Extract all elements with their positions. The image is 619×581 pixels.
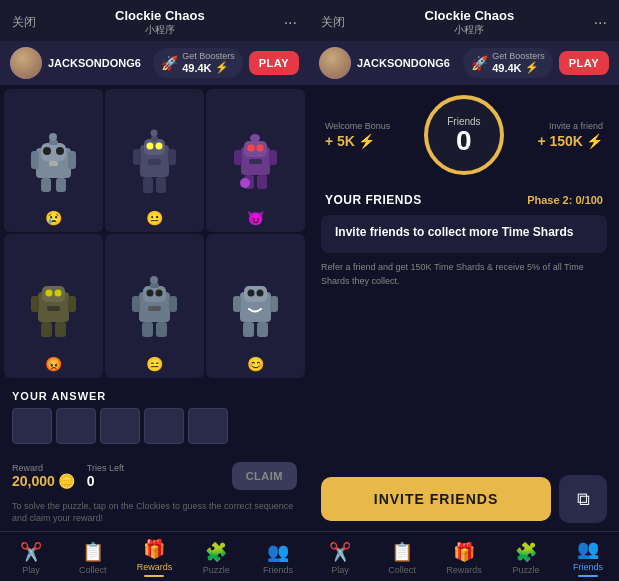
nav-item-puzzle-right[interactable]: 🧩 Puzzle	[495, 541, 557, 575]
lightning-icon-right: ⚡	[525, 61, 539, 74]
rewards-nav-icon-left: 🎁	[143, 538, 165, 560]
nav-item-rewards-left[interactable]: 🎁 Rewards	[124, 538, 186, 577]
robot-figure-1	[21, 123, 86, 198]
svg-point-55	[248, 289, 255, 296]
friends-nav-icon-left: 👥	[267, 541, 289, 563]
app-title-right: Clockie Chaos	[345, 8, 594, 23]
svg-rect-39	[68, 296, 76, 312]
svg-rect-15	[148, 159, 161, 165]
booster-count-left: 49.4K ⚡	[182, 61, 235, 74]
svg-point-21	[151, 130, 158, 137]
svg-rect-18	[143, 177, 153, 193]
svg-rect-50	[156, 322, 167, 337]
svg-point-10	[49, 133, 57, 141]
username-left: JACKSONDONG6	[48, 57, 147, 69]
nav-item-collect-left[interactable]: 📋 Collect	[62, 541, 124, 575]
your-friends-row: YOUR FRIENDS Phase 2: 0/100	[309, 185, 619, 215]
answer-label: YOUR ANSWER	[12, 390, 297, 402]
play-nav-icon-right: ✂️	[329, 541, 351, 563]
close-button-left[interactable]: 关闭	[12, 14, 36, 31]
close-button-right[interactable]: 关闭	[321, 14, 345, 31]
menu-icon-left[interactable]: ···	[284, 14, 297, 32]
play-nav-label-left: Play	[22, 565, 40, 575]
robot-cell-2[interactable]: 😐	[105, 89, 204, 232]
app-subtitle-left: 小程序	[36, 23, 284, 37]
header-bar-right: JACKSONDONG6 🚀 Get Boosters 49.4K ⚡ PLAY	[309, 41, 619, 85]
coin-icon-left: 🪙	[58, 473, 75, 489]
svg-point-45	[156, 289, 163, 296]
answer-box-4[interactable]	[144, 408, 184, 444]
reward-label: Reward	[12, 463, 75, 473]
nav-item-play-right[interactable]: ✂️ Play	[309, 541, 371, 575]
svg-rect-8	[56, 178, 66, 192]
invite-friends-button[interactable]: INVITE FRIENDS	[321, 477, 551, 521]
tries-value: 0	[87, 473, 124, 489]
avatar-left	[10, 47, 42, 79]
robot-emoji-3: 😈	[247, 210, 264, 226]
robot-cell-6[interactable]: 😊	[206, 234, 305, 377]
robot-figure-3	[223, 123, 288, 198]
app-title-left: Clockie Chaos	[36, 8, 284, 23]
svg-rect-26	[249, 159, 262, 164]
robot-emoji-5: 😑	[146, 356, 163, 372]
friends-nav-label-left: Friends	[263, 565, 293, 575]
invite-bonus-label: Invite a friend	[549, 121, 603, 131]
answer-box-1[interactable]	[12, 408, 52, 444]
booster-label-left: Get Boosters	[182, 52, 235, 61]
nav-item-friends-left[interactable]: 👥 Friends	[247, 541, 309, 575]
menu-icon-right[interactable]: ···	[594, 14, 607, 32]
svg-rect-49	[142, 322, 153, 337]
answer-box-3[interactable]	[100, 408, 140, 444]
robot-figure-6	[223, 269, 288, 344]
reward-value: 20,000 🪙	[12, 473, 75, 489]
svg-rect-38	[31, 296, 39, 312]
svg-point-3	[56, 147, 64, 155]
nav-item-play-left[interactable]: ✂️ Play	[0, 541, 62, 575]
booster-count-right: 49.4K ⚡	[492, 61, 545, 74]
play-button-right[interactable]: PLAY	[559, 51, 609, 75]
invite-bonus-value: + 150K ⚡	[537, 133, 603, 149]
tries-item: Tries Left 0	[87, 463, 124, 489]
username-right: JACKSONDONG6	[357, 57, 457, 69]
answer-box-2[interactable]	[56, 408, 96, 444]
robot-cell-5[interactable]: 😑	[105, 234, 204, 377]
claim-button[interactable]: CLAIM	[232, 462, 297, 490]
svg-rect-23	[244, 141, 267, 157]
svg-point-35	[46, 289, 53, 296]
welcome-bonus-value: + 5K ⚡	[325, 133, 375, 149]
nav-item-puzzle-left[interactable]: 🧩 Puzzle	[185, 541, 247, 575]
svg-rect-47	[132, 296, 140, 312]
svg-rect-4	[49, 161, 58, 166]
robot-cell-1[interactable]: 😢	[4, 89, 103, 232]
booster-button-right[interactable]: 🚀 Get Boosters 49.4K ⚡	[463, 48, 553, 78]
svg-point-32	[240, 178, 250, 188]
copy-button[interactable]: ⧉	[559, 475, 607, 523]
play-nav-icon-left: ✂️	[20, 541, 42, 563]
rewards-nav-indicator	[144, 575, 164, 577]
right-panel: 关闭 Clockie Chaos 小程序 ··· JACKSONDONG6 🚀 …	[309, 0, 619, 581]
rewards-nav-label-left: Rewards	[137, 562, 173, 572]
svg-rect-5	[31, 151, 39, 169]
svg-point-2	[43, 147, 51, 155]
rewards-nav-label-right: Rewards	[446, 565, 482, 575]
bottom-nav-left: ✂️ Play 📋 Collect 🎁 Rewards 🧩 Puzzle 👥 F…	[0, 531, 309, 581]
booster-button-left[interactable]: 🚀 Get Boosters 49.4K ⚡	[153, 48, 243, 78]
svg-rect-16	[133, 149, 141, 165]
svg-rect-46	[148, 306, 161, 311]
answer-box-5[interactable]	[188, 408, 228, 444]
robot-cell-3[interactable]: 😈	[206, 89, 305, 232]
svg-point-25	[257, 145, 264, 152]
play-button-left[interactable]: PLAY	[249, 51, 299, 75]
collect-nav-label-right: Collect	[388, 565, 416, 575]
robot-figure-5	[122, 269, 187, 344]
reward-item: Reward 20,000 🪙	[12, 463, 75, 489]
lightning-icon-left: ⚡	[215, 61, 229, 74]
lightning-invite-icon: ⚡	[586, 133, 603, 149]
nav-item-rewards-right[interactable]: 🎁 Rewards	[433, 541, 495, 575]
svg-rect-30	[257, 175, 267, 189]
invite-action-row: INVITE FRIENDS ⧉	[309, 475, 619, 531]
answer-boxes	[12, 408, 297, 444]
nav-item-collect-right[interactable]: 📋 Collect	[371, 541, 433, 575]
robot-cell-4[interactable]: 😡	[4, 234, 103, 377]
nav-item-friends-right[interactable]: 👥 Friends	[557, 538, 619, 577]
